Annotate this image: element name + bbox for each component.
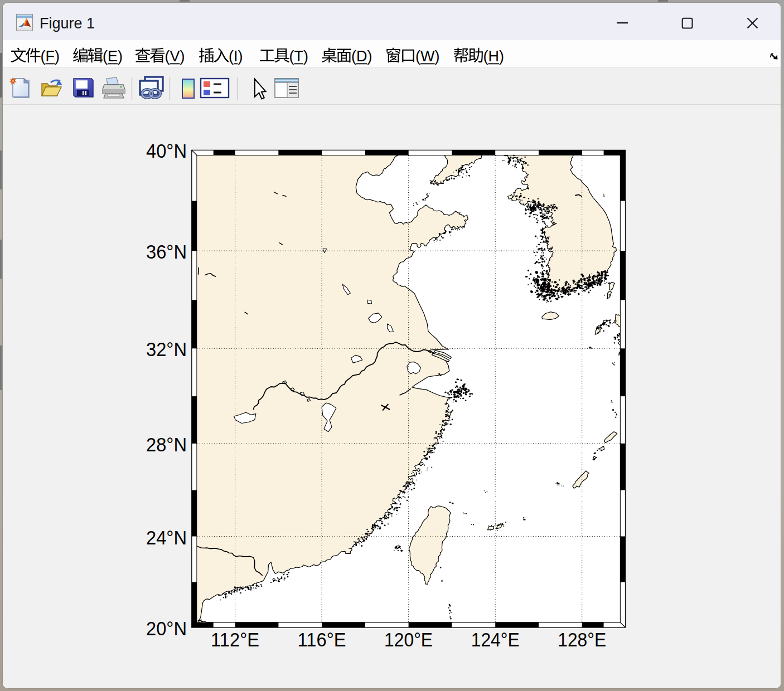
- svg-text:36°N: 36°N: [146, 241, 187, 262]
- svg-text:20°N: 20°N: [146, 617, 187, 639]
- svg-text:112°E: 112°E: [211, 629, 259, 650]
- svg-text:24°N: 24°N: [146, 526, 187, 548]
- svg-text:116°E: 116°E: [298, 629, 346, 650]
- svg-text:128°E: 128°E: [558, 629, 606, 650]
- svg-text:120°E: 120°E: [384, 629, 433, 650]
- svg-text:32°N: 32°N: [146, 338, 187, 360]
- svg-text:124°E: 124°E: [471, 629, 520, 650]
- svg-text:28°N: 28°N: [146, 433, 187, 455]
- svg-text:40°N: 40°N: [146, 140, 187, 162]
